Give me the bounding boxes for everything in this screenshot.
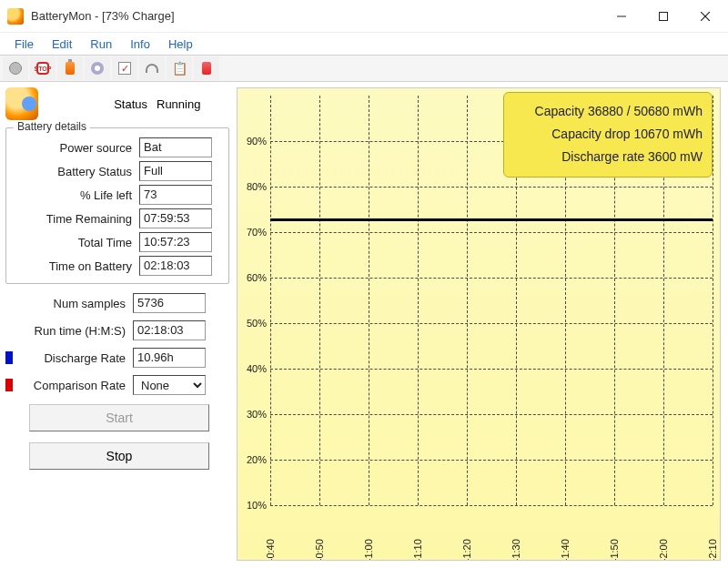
- menubar: File Edit Run Info Help: [0, 33, 728, 55]
- gridline-v: [270, 96, 271, 505]
- left-panel: Status Running Battery details Power sou…: [5, 87, 229, 561]
- status-row: Status Running: [5, 87, 229, 120]
- total-time-value: 10:57:23: [139, 232, 212, 252]
- close-button[interactable]: [684, 2, 726, 31]
- check-icon: ✓: [118, 62, 131, 75]
- y-tick-label: 80%: [245, 181, 267, 192]
- comparison-rate-select[interactable]: None: [133, 375, 206, 395]
- x-tick-label: 12:41:00: [363, 523, 374, 561]
- x-tick-label: 12:41:30: [511, 523, 521, 561]
- window-controls: [601, 2, 726, 31]
- gridline-v: [369, 96, 369, 505]
- y-tick-label: 70%: [245, 227, 267, 238]
- status-battery-icon: [5, 87, 38, 120]
- menu-info[interactable]: Info: [121, 36, 159, 53]
- x-tick-label: 12:41:10: [412, 523, 423, 561]
- time-on-battery-label: Time on Battery: [12, 259, 136, 273]
- series-line: [270, 218, 713, 221]
- time-remaining-label: Time Remaining: [12, 212, 136, 226]
- menu-file[interactable]: File: [5, 36, 43, 53]
- x-tick-label: 12:41:20: [461, 523, 472, 561]
- battery-status-label: Battery Status: [12, 165, 136, 178]
- num-samples-value: 5736: [133, 293, 206, 313]
- battery-details-group: Battery details Power sourceBat Battery …: [5, 127, 229, 284]
- gridline-v: [319, 96, 320, 505]
- titlebar: BatteryMon - [73% Charge]: [0, 0, 728, 33]
- toolbar-clip-button[interactable]: 📋: [167, 56, 192, 80]
- y-tick-label: 40%: [245, 363, 267, 374]
- x-tick-label: 12:41:50: [609, 523, 620, 561]
- minimize-button[interactable]: [601, 2, 642, 31]
- info-capacity: Capacity 36880 / 50680 mWh: [513, 100, 703, 123]
- toolbar-check-button[interactable]: ✓: [112, 56, 137, 80]
- toolbar-config-button[interactable]: [85, 56, 110, 80]
- toolbar-gauge-button[interactable]: [139, 56, 165, 80]
- x-tick-label: 12:41:40: [560, 523, 571, 561]
- chart-info-box: Capacity 36880 / 50680 mWh Capacity drop…: [503, 92, 713, 178]
- gear-icon: [91, 62, 104, 75]
- gridline-v: [418, 96, 419, 505]
- battery-icon: [66, 62, 75, 75]
- gridline-h: [270, 460, 713, 461]
- gridline-h: [270, 232, 713, 233]
- comparison-rate-label: Comparison Rate: [16, 379, 129, 392]
- gridline-h: [270, 187, 713, 188]
- power-source-label: Power source: [12, 141, 136, 155]
- battery-details-legend: Battery details: [14, 120, 90, 133]
- gridline-h: [270, 414, 713, 415]
- chart-area: 10%20%30%40%50%60%70%80%90%12:40:4012:40…: [237, 87, 721, 561]
- info-capacity-drop: Capacity drop 10670 mWh: [513, 123, 703, 146]
- window-title: BatteryMon - [73% Charge]: [31, 9, 175, 23]
- gridline-h: [270, 323, 713, 324]
- discharge-rate-value: 10.96h: [133, 348, 206, 368]
- y-tick-label: 90%: [245, 136, 267, 147]
- life-left-label: % Life left: [12, 188, 136, 202]
- x-tick-label: 12:42:00: [658, 523, 669, 561]
- run-time-label: Run time (H:M:S): [5, 324, 129, 338]
- toolbar-stop-button[interactable]: STOP: [30, 56, 56, 80]
- gauge-icon: [146, 64, 158, 73]
- y-tick-label: 10%: [245, 500, 267, 511]
- info-discharge-rate: Discharge rate 3600 mW: [513, 146, 703, 168]
- toolbar-battery-button[interactable]: [57, 56, 83, 80]
- x-tick-label: 12:40:40: [265, 523, 276, 561]
- toolbar-battery2-button[interactable]: [194, 56, 219, 80]
- svg-rect-1: [660, 12, 668, 20]
- discharge-rate-label: Discharge Rate: [16, 351, 129, 365]
- comparison-swatch: [5, 379, 13, 391]
- y-tick-label: 20%: [245, 454, 267, 465]
- menu-edit[interactable]: Edit: [43, 36, 81, 53]
- app-icon: [7, 8, 24, 25]
- clipboard-icon: 📋: [172, 61, 187, 76]
- gridline-h: [270, 505, 713, 506]
- y-tick-label: 60%: [245, 272, 267, 283]
- discharge-swatch: [5, 351, 13, 364]
- gridline-h: [270, 278, 713, 279]
- gridline-v: [713, 96, 713, 505]
- menu-run[interactable]: Run: [81, 36, 121, 53]
- status-value: Running: [157, 97, 229, 111]
- run-time-value: 02:18:03: [133, 320, 206, 340]
- time-remaining-value: 07:59:53: [139, 208, 212, 228]
- stop-button[interactable]: Stop: [29, 442, 209, 470]
- status-label: Status: [47, 97, 151, 111]
- record-icon: [9, 62, 22, 75]
- toolbar-record-button[interactable]: [3, 56, 28, 80]
- y-tick-label: 50%: [245, 318, 267, 329]
- num-samples-label: Num samples: [5, 297, 129, 310]
- main-content: Status Running Battery details Power sou…: [0, 82, 728, 568]
- menu-help[interactable]: Help: [159, 36, 202, 53]
- battery-status-value: Full: [139, 161, 212, 181]
- gridline-v: [467, 96, 468, 505]
- x-tick-label: 12:42:10: [707, 523, 718, 561]
- start-button[interactable]: Start: [29, 404, 209, 431]
- battery2-icon: [202, 62, 211, 75]
- toolbar: STOP ✓ 📋: [0, 55, 728, 82]
- stop-icon: STOP: [36, 62, 49, 75]
- life-left-value: 73: [139, 185, 212, 205]
- x-tick-label: 12:40:50: [314, 523, 325, 561]
- y-tick-label: 30%: [245, 409, 267, 420]
- time-on-battery-value: 02:18:03: [139, 256, 212, 276]
- maximize-button[interactable]: [642, 2, 684, 31]
- power-source-value: Bat: [139, 137, 212, 157]
